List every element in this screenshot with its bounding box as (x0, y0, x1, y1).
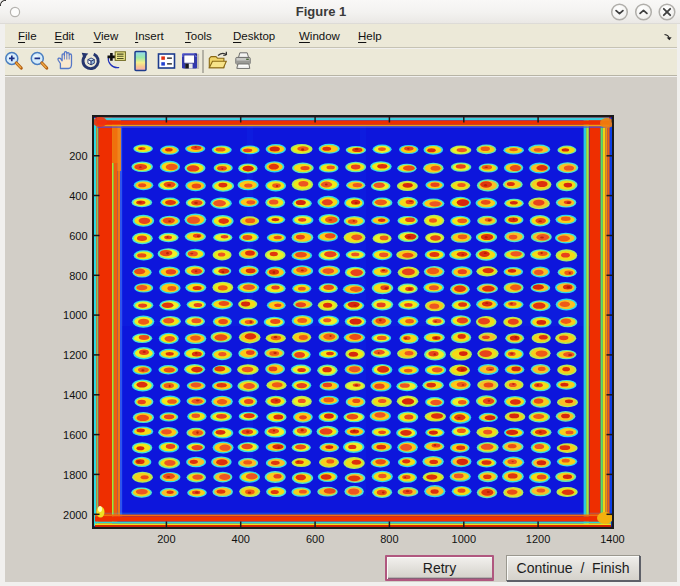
svg-text:800: 800 (69, 270, 87, 282)
svg-text:1400: 1400 (600, 533, 624, 545)
svg-text:200: 200 (157, 533, 175, 545)
svg-text:1400: 1400 (63, 389, 87, 401)
svg-text:1200: 1200 (63, 349, 87, 361)
svg-text:1200: 1200 (526, 533, 550, 545)
svg-text:1800: 1800 (63, 469, 87, 481)
svg-text:400: 400 (69, 190, 87, 202)
svg-text:800: 800 (380, 533, 398, 545)
svg-text:200: 200 (69, 150, 87, 162)
svg-text:600: 600 (306, 533, 324, 545)
svg-text:1000: 1000 (452, 533, 476, 545)
svg-text:1000: 1000 (63, 309, 87, 321)
svg-text:2000: 2000 (63, 509, 87, 521)
svg-text:400: 400 (232, 533, 250, 545)
svg-text:600: 600 (69, 230, 87, 242)
svg-text:1600: 1600 (63, 429, 87, 441)
